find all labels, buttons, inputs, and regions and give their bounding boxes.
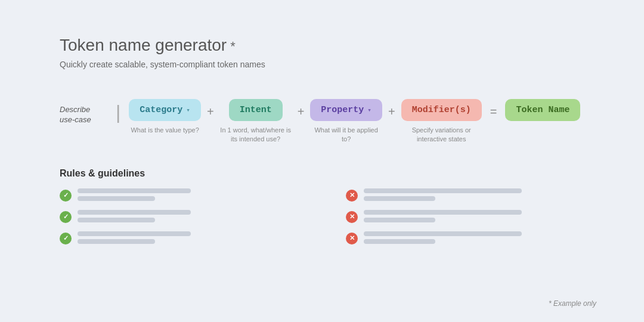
rule-do-1-lines (78, 188, 191, 201)
equals-sign: = (482, 99, 506, 119)
rule-line (364, 218, 435, 222)
property-chevron-icon: ▾ (367, 106, 371, 114)
example-note: * Example only (549, 299, 596, 308)
rule-do-1: ✓ (60, 188, 310, 202)
check-icon-1: ✓ (60, 190, 72, 202)
token-name-label: Token Name (516, 105, 569, 115)
operator-3: + (382, 99, 401, 119)
rules-title: Rules & guidelines (60, 168, 596, 179)
page-title-text: Token name generator (60, 36, 227, 54)
formula-pipe: | (116, 99, 120, 123)
rule-line (78, 239, 155, 244)
cross-icon-3: ✕ (346, 233, 358, 244)
rule-do-3: ✓ (60, 231, 310, 244)
rule-do-2-lines (78, 210, 191, 222)
page-container: Token name generator * Quickly create sc… (0, 0, 644, 277)
rule-line (364, 188, 522, 193)
category-label: Category (140, 105, 182, 115)
rule-line (78, 188, 191, 193)
cross-icon-1: ✕ (346, 190, 358, 202)
rule-line (364, 239, 435, 244)
property-label: Property (321, 105, 364, 115)
rule-dont-2-lines (364, 210, 522, 222)
intent-label: Intent (240, 105, 272, 115)
rules-dont-column: ✕ ✕ ✕ (346, 188, 596, 253)
page-title-asterisk: * (227, 39, 236, 54)
formula-item-result: Token Name (505, 99, 580, 121)
rule-line (78, 231, 191, 236)
modifier-hint: Specify variations or interactive states (405, 126, 477, 144)
modifier-label: Modifier(s) (412, 105, 471, 115)
check-icon-3: ✓ (60, 233, 72, 244)
intent-hint: In 1 word, what/where is its intended us… (220, 126, 292, 144)
rules-grid: ✓ ✓ ✓ (60, 188, 596, 253)
rule-line (78, 210, 191, 215)
cross-icon-2: ✕ (346, 211, 358, 223)
page-subtitle: Quickly create scalable, system-complian… (60, 60, 596, 69)
rule-do-3-lines (78, 231, 191, 244)
rule-dont-1: ✕ (346, 188, 596, 202)
category-hint: What is the value type? (131, 126, 199, 135)
token-name-result: Token Name (505, 99, 580, 121)
property-token[interactable]: Property ▾ (310, 99, 382, 121)
intent-token[interactable]: Intent (229, 99, 283, 121)
rule-do-2: ✓ (60, 210, 310, 223)
rule-line (364, 210, 522, 215)
rules-section: Rules & guidelines ✓ ✓ (60, 168, 596, 253)
formula-items: Category ▾ What is the value type? + Int… (129, 99, 580, 144)
formula-item-modifier: Modifier(s) Specify variations or intera… (401, 99, 482, 144)
formula-item-category: Category ▾ What is the value type? (129, 99, 201, 135)
property-hint: What will it be applied to? (311, 126, 382, 144)
formula-item-property: Property ▾ What will it be applied to? (310, 99, 382, 144)
formula-section: Describe use-case | Category ▾ What is t… (60, 99, 596, 144)
rule-line (364, 231, 522, 236)
category-token[interactable]: Category ▾ (129, 99, 201, 121)
rule-dont-2: ✕ (346, 210, 596, 223)
rule-dont-3-lines (364, 231, 522, 244)
describe-label: Describe use-case (60, 99, 107, 125)
rules-do-column: ✓ ✓ ✓ (60, 188, 310, 253)
rule-line (78, 196, 155, 201)
page-title: Token name generator * (60, 36, 596, 55)
rule-dont-3: ✕ (346, 231, 596, 244)
check-icon-2: ✓ (60, 211, 72, 223)
category-chevron-icon: ▾ (186, 106, 190, 114)
operator-1: + (201, 99, 220, 119)
rule-line (364, 196, 435, 201)
modifier-token[interactable]: Modifier(s) (401, 99, 482, 121)
rule-line (78, 218, 155, 222)
formula-item-intent: Intent In 1 word, what/where is its inte… (220, 99, 292, 144)
operator-2: + (292, 99, 311, 119)
rule-dont-1-lines (364, 188, 522, 201)
